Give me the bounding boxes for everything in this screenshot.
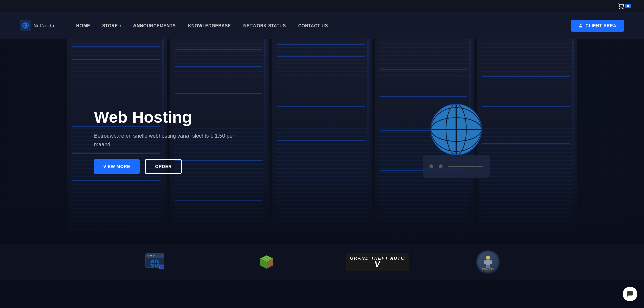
server-box-illustration bbox=[423, 155, 490, 178]
rack-led bbox=[277, 106, 365, 107]
rack-led bbox=[482, 76, 570, 77]
svg-rect-34 bbox=[484, 260, 486, 264]
svg-point-18 bbox=[150, 255, 152, 257]
rack-led bbox=[482, 53, 570, 53]
nav-store[interactable]: STORE ▾ bbox=[102, 23, 121, 28]
hero-illustration bbox=[423, 104, 490, 178]
hero-section: Web Hosting Betrouwbare en snelle webhos… bbox=[0, 39, 644, 244]
user-icon bbox=[578, 23, 583, 28]
cart-badge: 0 bbox=[625, 4, 631, 8]
rack-led bbox=[72, 100, 160, 100]
logo-icon bbox=[20, 20, 31, 31]
rack-led bbox=[380, 48, 468, 48]
rack-led bbox=[72, 59, 160, 60]
server-dot-2 bbox=[439, 164, 443, 168]
svg-point-1 bbox=[623, 8, 623, 9]
chat-icon bbox=[626, 290, 634, 298]
svg-point-32 bbox=[486, 256, 490, 260]
satisfactory-icon: SATISFACTORY bbox=[476, 250, 500, 274]
hero-overlay bbox=[0, 176, 644, 244]
store-caret: ▾ bbox=[119, 24, 121, 28]
product-bar: ✓ GRAND THEFT AUTO V bbox=[0, 244, 644, 280]
product-gta[interactable]: GRAND THEFT AUTO V bbox=[322, 244, 433, 280]
nav-knowledgebase[interactable]: KNOWLEDGEBASE bbox=[188, 23, 231, 28]
logo-text: NetNectar bbox=[34, 23, 56, 28]
gta-logo: GRAND THEFT AUTO V bbox=[350, 256, 405, 268]
topbar: 0 bbox=[0, 0, 644, 12]
rack-led bbox=[277, 140, 365, 141]
svg-point-19 bbox=[153, 255, 155, 257]
nav-home[interactable]: HOME bbox=[76, 23, 90, 28]
rack-led bbox=[482, 106, 570, 107]
satisfactory-graphic: SATISFACTORY bbox=[480, 254, 496, 270]
rack-led bbox=[72, 46, 160, 47]
rack-led bbox=[482, 143, 570, 144]
svg-text:✓: ✓ bbox=[161, 265, 163, 268]
minecraft-icon bbox=[257, 252, 277, 272]
cart-icon bbox=[617, 3, 624, 9]
rack-led bbox=[175, 93, 263, 94]
hero-content: Web Hosting Betrouwbare en snelle webhos… bbox=[0, 109, 241, 174]
view-more-button[interactable]: VIEW MORE bbox=[94, 159, 140, 174]
product-minecraft[interactable] bbox=[211, 244, 322, 280]
product-satisfactory[interactable]: SATISFACTORY bbox=[433, 244, 543, 280]
nav-contact-us[interactable]: CONTACT US bbox=[298, 23, 328, 28]
hero-subtitle: Betrouwbare en snelle webhosting vanaf s… bbox=[94, 132, 241, 149]
gta-logo-wrap: GRAND THEFT AUTO V bbox=[346, 253, 409, 271]
server-dot-1 bbox=[429, 164, 433, 168]
svg-rect-33 bbox=[486, 260, 490, 265]
rack-led bbox=[277, 56, 365, 57]
rack-led bbox=[175, 66, 263, 67]
logo[interactable]: NetNectar bbox=[20, 20, 56, 31]
svg-point-17 bbox=[148, 255, 149, 257]
rack-led bbox=[72, 73, 160, 73]
nav-links: HOME STORE ▾ ANNOUNCEMENTS KNOWLEDGEBASE… bbox=[76, 23, 571, 28]
svg-point-0 bbox=[620, 8, 620, 9]
nav-announcements[interactable]: ANNOUNCEMENTS bbox=[133, 23, 176, 28]
rack-led bbox=[175, 49, 263, 50]
client-area-button[interactable]: CLIENT AREA bbox=[571, 20, 624, 32]
product-web-hosting[interactable]: ✓ bbox=[101, 244, 211, 280]
nav-network-status[interactable]: NETWORK STATUS bbox=[243, 23, 286, 28]
rack-led bbox=[277, 44, 365, 45]
hero-title: Web Hosting bbox=[94, 109, 241, 126]
web-hosting-icon: ✓ bbox=[145, 252, 167, 272]
server-line bbox=[448, 166, 483, 167]
rack-led bbox=[380, 69, 468, 70]
chat-bubble[interactable] bbox=[623, 287, 637, 301]
svg-text:SATISFACTORY: SATISFACTORY bbox=[482, 268, 495, 270]
cart-button[interactable]: 0 bbox=[617, 3, 631, 9]
satisfactory-inner: SATISFACTORY bbox=[478, 252, 498, 272]
svg-rect-35 bbox=[490, 260, 492, 264]
rack-led bbox=[380, 96, 468, 97]
hero-buttons: VIEW MORE ORDER bbox=[94, 159, 241, 174]
svg-point-7 bbox=[580, 24, 581, 25]
globe-svg bbox=[426, 104, 486, 158]
navbar: NetNectar HOME STORE ▾ ANNOUNCEMENTS KNO… bbox=[0, 12, 644, 39]
order-button[interactable]: ORDER bbox=[145, 159, 181, 174]
rack-led bbox=[277, 80, 365, 80]
